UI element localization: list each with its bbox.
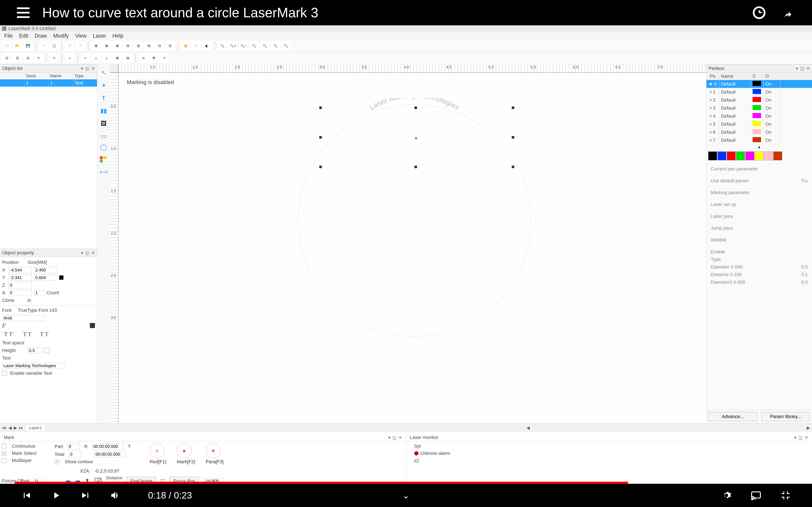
- pin-icon[interactable]: ◫: [799, 435, 803, 440]
- collapse-icon[interactable]: ⌄: [402, 491, 410, 500]
- hamburger-icon[interactable]: [17, 7, 30, 18]
- prev-icon[interactable]: [21, 490, 32, 501]
- expand-icon[interactable]: ⊞: [112, 53, 122, 63]
- save-font-icon[interactable]: [90, 323, 95, 328]
- param-library-button[interactable]: Param library...: [761, 412, 810, 421]
- sel-handle-tr[interactable]: [512, 107, 514, 109]
- y-size-input[interactable]: [34, 275, 57, 281]
- color-swatch[interactable]: [708, 152, 717, 160]
- color-swatch[interactable]: [764, 152, 773, 160]
- continuous-checkbox[interactable]: [2, 444, 6, 448]
- para-button[interactable]: ✱: [206, 443, 220, 458]
- a-input[interactable]: [8, 290, 32, 296]
- text-input[interactable]: [2, 363, 65, 369]
- close-icon[interactable]: ✕: [399, 435, 402, 440]
- pen-row[interactable]: • 6DefaultOn: [707, 128, 812, 136]
- volume-icon[interactable]: [110, 490, 120, 501]
- save-icon[interactable]: 💾: [23, 41, 33, 51]
- height-input[interactable]: [28, 347, 42, 354]
- font-name-input[interactable]: [2, 315, 44, 321]
- total-input[interactable]: [68, 451, 81, 457]
- next-icon[interactable]: [80, 490, 91, 501]
- barcode-icon[interactable]: ▮▮: [99, 107, 108, 115]
- menu-edit[interactable]: Edit: [19, 33, 28, 39]
- lock-icon[interactable]: [44, 348, 49, 353]
- video-progress[interactable]: [15, 482, 628, 484]
- advance-button[interactable]: Advance...: [709, 412, 757, 421]
- circle-tool-icon[interactable]: [100, 145, 107, 151]
- mark-select-checkbox[interactable]: [2, 451, 6, 456]
- grid1-icon[interactable]: ⊡: [2, 53, 11, 63]
- tt3-icon[interactable]: T T: [40, 331, 48, 338]
- menu-help[interactable]: Help: [112, 33, 123, 39]
- dropdown-icon[interactable]: ▾: [81, 66, 83, 71]
- sel-handle-ml[interactable]: [319, 136, 322, 138]
- hatch-icon[interactable]: ▦: [181, 41, 190, 51]
- zoom-icon[interactable]: 🔍: [218, 41, 227, 51]
- color-swatch[interactable]: [717, 152, 726, 160]
- target-icon[interactable]: ⊕: [139, 53, 148, 63]
- part-input[interactable]: [67, 443, 80, 450]
- pen-row[interactable]: • 7DefaultOn: [707, 136, 812, 144]
- align-center-icon[interactable]: ⊞: [102, 41, 111, 51]
- total-time-input[interactable]: [94, 451, 125, 457]
- open-icon[interactable]: 📂: [13, 41, 22, 51]
- grid2-icon[interactable]: ⊡: [13, 53, 22, 63]
- tab-nav-last[interactable]: ⏭: [19, 426, 23, 430]
- sel-handle-mc[interactable]: ✕: [414, 136, 417, 138]
- color-swatch[interactable]: [736, 152, 745, 160]
- r-time-input[interactable]: [92, 443, 123, 450]
- play-icon[interactable]: [51, 490, 61, 501]
- watch-later-icon[interactable]: [753, 6, 765, 19]
- grid3-icon[interactable]: ⊡: [23, 53, 33, 63]
- tab-nav-first[interactable]: ⏮: [2, 426, 6, 430]
- tool2-icon[interactable]: ◐: [202, 41, 211, 51]
- lights-icon[interactable]: 🔴🟡🟢: [99, 155, 108, 164]
- y-pos-input[interactable]: [8, 275, 32, 281]
- dropdown-icon[interactable]: ▾: [81, 250, 83, 256]
- sel-handle-mr[interactable]: [512, 136, 514, 138]
- redo-icon[interactable]: ↷: [76, 41, 85, 51]
- align-top-icon[interactable]: ⊟: [123, 41, 133, 51]
- dropdown-icon[interactable]: ▾: [794, 435, 796, 440]
- pen-row[interactable]: • 4DefaultOn: [707, 112, 812, 120]
- color-swatch[interactable]: [755, 152, 764, 160]
- object-row[interactable]: 1 1 Text: [0, 79, 97, 87]
- cut-icon[interactable]: ✂: [39, 41, 48, 51]
- distribute-h-icon[interactable]: ⊡: [155, 41, 164, 51]
- cast-icon[interactable]: [751, 490, 761, 501]
- menu-modify[interactable]: Modify: [53, 33, 69, 39]
- pin-icon[interactable]: ◫: [393, 435, 397, 440]
- mark-button[interactable]: ◉: [177, 443, 192, 458]
- pointer-icon[interactable]: ↖: [99, 68, 108, 77]
- zoom-prev-icon[interactable]: 🔍: [281, 41, 291, 51]
- axes2-icon[interactable]: ⊥: [102, 53, 111, 63]
- close-icon[interactable]: ✕: [91, 66, 95, 71]
- sel-handle-tc[interactable]: [414, 107, 417, 109]
- x-pos-input[interactable]: [8, 267, 32, 273]
- enable-var-checkbox[interactable]: [2, 371, 7, 376]
- zoom-in-icon[interactable]: 🔍+: [229, 41, 238, 51]
- tool-icon[interactable]: 🖊: [192, 41, 201, 51]
- canvas[interactable]: 1.0 1.5 2.0 2.5 3.0 3.5 4.0 4.5 5.0 5.5 …: [110, 64, 706, 424]
- color-swatch[interactable]: [727, 152, 735, 160]
- zoom-sel-icon[interactable]: 🔍: [260, 41, 269, 51]
- align-left-icon[interactable]: ⊞: [91, 41, 101, 51]
- sel-handle-bc[interactable]: [414, 166, 417, 168]
- tt2-icon[interactable]: T T: [23, 331, 32, 338]
- eye-icon[interactable]: 👁: [149, 53, 159, 63]
- close-icon[interactable]: ✕: [805, 435, 808, 440]
- a-i-input[interactable]: [34, 290, 44, 296]
- sel-handle-br[interactable]: [512, 166, 514, 168]
- color-swatch[interactable]: [745, 152, 754, 160]
- italic-icon[interactable]: F: [2, 322, 6, 329]
- distribute-v-icon[interactable]: ⊡: [165, 41, 175, 51]
- tt1-icon[interactable]: ˙T T˙: [2, 331, 14, 338]
- color-swatch[interactable]: [773, 152, 782, 160]
- zoom-all-icon[interactable]: 🔍: [271, 41, 280, 51]
- eye2-icon[interactable]: 👁: [160, 53, 169, 63]
- align-right-icon[interactable]: ⊞: [112, 41, 122, 51]
- tab-nav-prev[interactable]: ◀: [8, 425, 12, 430]
- pin-icon[interactable]: ◫: [800, 66, 804, 71]
- sel-handle-bl[interactable]: [319, 166, 322, 168]
